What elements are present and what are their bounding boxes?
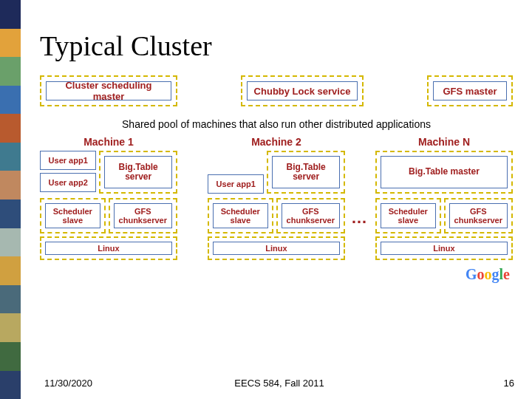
machine-1-apps: User app1 User app2 Big.Table server (40, 151, 177, 194)
linux-box: Linux (381, 242, 508, 255)
machine-1: Machine 1 User app1 User app2 Big.Table … (40, 136, 177, 260)
machine-n: Machine N Big.Table master Scheduler sla… (375, 136, 513, 260)
scheduler-slave-box: Scheduler slave (45, 203, 100, 228)
machine-2-label: Machine 2 (251, 136, 301, 148)
machine-1-label: Machine 1 (83, 136, 134, 148)
scheduler-slave-box: Scheduler slave (213, 203, 268, 228)
slide-footer: 11/30/2020 EECS 584, Fall 2011 16 (44, 378, 514, 389)
user-app1-box: User app1 (40, 151, 96, 170)
machine-n-apps: Big.Table master (375, 151, 513, 194)
google-logo: Google (466, 266, 510, 283)
gfs-master-group: GFS master (427, 75, 513, 106)
user-app1-box: User app1 (208, 174, 264, 194)
bigtable-server-box: Big.Table server (272, 156, 340, 188)
user-app2-box: User app2 (40, 173, 96, 192)
chubby-lock-service-box: Chubby Lock service (247, 81, 358, 100)
footer-course: EECS 584, Fall 2011 (44, 378, 514, 389)
slide: Typical Cluster Cluster scheduling maste… (0, 0, 532, 399)
machines-row: Machine 1 User app1 User app2 Big.Table … (40, 136, 513, 260)
bigtable-server-box: Big.Table server (104, 156, 172, 188)
ellipsis: … (351, 208, 368, 228)
gfs-chunkserver-box: GFS chunkserver (114, 203, 172, 228)
cluster-scheduling-master-box: Cluster scheduling master (46, 81, 171, 100)
cluster-diagram: Cluster scheduling master Chubby Lock se… (40, 75, 513, 283)
scheduler-slave-box: Scheduler slave (381, 203, 436, 228)
bigtable-master-box: Big.Table master (381, 156, 508, 188)
machine-2-apps: User app1 Big.Table server (208, 151, 345, 194)
logo-row: Google (40, 266, 513, 283)
machine-2: Machine 2 User app1 Big.Table server Sch… (208, 136, 345, 260)
gfs-chunkserver-box: GFS chunkserver (449, 203, 508, 228)
linux-box: Linux (45, 242, 172, 255)
linux-box: Linux (213, 242, 340, 255)
left-accent-stripes (0, 0, 21, 399)
master-services-row: Cluster scheduling master Chubby Lock se… (40, 75, 513, 106)
slide-title: Typical Cluster (40, 30, 513, 62)
shared-pool-caption: Shared pool of machines that also run ot… (40, 118, 513, 130)
gfs-master-box: GFS master (433, 81, 507, 100)
content-area: Typical Cluster Cluster scheduling maste… (21, 0, 532, 399)
chubby-group: Chubby Lock service (241, 75, 364, 106)
machine-n-label: Machine N (418, 136, 470, 148)
cluster-scheduler-group: Cluster scheduling master (40, 75, 177, 106)
gfs-chunkserver-box: GFS chunkserver (282, 203, 340, 228)
